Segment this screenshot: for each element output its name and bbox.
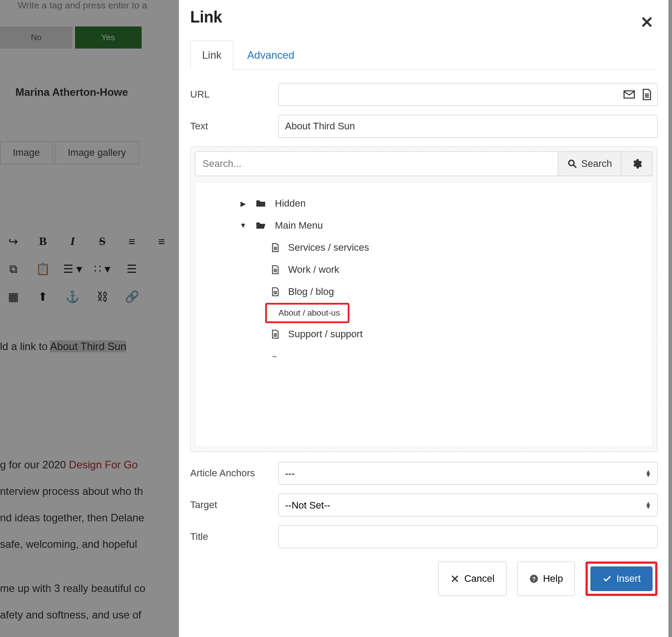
link-modal: Link ✕ Link Advanced URL Text	[179, 0, 668, 637]
numbered-list-icon[interactable]: ☰ ▾	[59, 262, 86, 276]
content-line-5: safe, welcoming, and hopeful	[0, 534, 137, 554]
upload-icon[interactable]: ⬆	[30, 290, 56, 304]
page-tree: ▶ Hidden ▼ Main Menu Services / services…	[195, 182, 653, 447]
tab-image-gallery[interactable]: Image gallery	[55, 141, 139, 164]
tree-page-about-highlighted[interactable]: About / about-us	[265, 303, 349, 323]
tree-page-work[interactable]: Work / work	[200, 259, 648, 281]
url-label: URL	[190, 89, 270, 100]
tag-input-placeholder[interactable]: Write a tag and press enter to a	[18, 0, 147, 11]
page-icon	[270, 355, 280, 366]
title-input[interactable]	[278, 525, 657, 548]
align-center-icon[interactable]: ≡	[148, 235, 175, 249]
yes-button[interactable]: Yes	[75, 26, 142, 49]
content-line-3: nterview process about who th	[0, 481, 143, 501]
redo-icon[interactable]: ↪	[0, 235, 26, 249]
settings-button[interactable]	[621, 151, 653, 176]
tree-folder-main[interactable]: ▼ Main Menu	[200, 215, 648, 237]
insert-label: Insert	[616, 573, 641, 584]
url-input[interactable]	[278, 83, 657, 106]
tab-link[interactable]: Link	[190, 41, 233, 70]
no-button[interactable]: No	[0, 26, 72, 49]
modal-title: Link	[190, 8, 657, 26]
text-input[interactable]	[278, 115, 657, 138]
tree-page-support[interactable]: Support / support	[200, 323, 648, 345]
search-button-label: Search	[581, 158, 612, 170]
svg-line-1	[574, 165, 576, 168]
author-name: Marina Atherton-Howe	[15, 86, 128, 98]
cancel-button[interactable]: Cancel	[438, 562, 506, 596]
folder-icon	[255, 198, 267, 209]
tree-label: Support / support	[288, 328, 363, 340]
copy-icon[interactable]: ⧉	[0, 262, 26, 276]
svg-text:?: ?	[532, 576, 536, 582]
close-icon[interactable]: ✕	[640, 13, 653, 32]
help-button[interactable]: ? Help	[517, 562, 575, 596]
cancel-label: Cancel	[464, 573, 494, 584]
paste-icon[interactable]: 📋	[30, 262, 56, 276]
chevron-down-icon[interactable]: ▼	[240, 222, 247, 230]
content-line-4: nd ideas together, then Delane	[0, 508, 144, 528]
strike-icon[interactable]: S	[89, 235, 116, 248]
content-line-6: me up with 3 really beautiful co	[0, 578, 146, 599]
article-anchors-label: Article Anchors	[190, 467, 270, 479]
content-line-2: g for our 2020 Design For Go	[0, 455, 138, 475]
tree-page-blog[interactable]: Blog / blog	[200, 281, 648, 303]
tree-label: Work / work	[288, 264, 339, 275]
page-icon	[270, 286, 280, 298]
tree-label: Hidden	[275, 198, 306, 209]
tree-page-services[interactable]: Services / services	[200, 237, 648, 259]
tree-folder-hidden[interactable]: ▶ Hidden	[200, 192, 648, 215]
page-icon	[270, 264, 280, 275]
chevron-right-icon[interactable]: ▶	[240, 200, 247, 208]
italic-icon[interactable]: I	[59, 235, 86, 248]
article-anchors-select[interactable]: ---	[278, 462, 657, 485]
tab-image[interactable]: Image	[0, 141, 53, 164]
chevron-updown-icon	[645, 501, 651, 509]
tree-label: Services / services	[288, 242, 369, 253]
svg-point-0	[569, 160, 574, 166]
page-icon	[270, 242, 280, 253]
bullet-list-icon[interactable]: ∷ ▾	[89, 262, 116, 276]
link-icon[interactable]: 🔗	[119, 290, 145, 304]
selected-text: About Third Sun	[50, 340, 126, 352]
target-label: Target	[190, 499, 270, 511]
search-button[interactable]: Search	[558, 151, 621, 176]
help-label: Help	[543, 573, 563, 584]
tab-advanced[interactable]: Advanced	[236, 41, 306, 69]
tree-label: Blog / blog	[288, 286, 334, 298]
outdent-icon[interactable]: ☰	[119, 262, 145, 276]
insert-button-highlight: Insert	[586, 562, 657, 596]
content-line-1: ld a link to About Third Sun	[0, 336, 126, 357]
content-browser: Search ▶ Hidden ▼ Main Menu	[190, 147, 657, 452]
bold-icon[interactable]: B	[30, 235, 56, 248]
chevron-updown-icon	[645, 470, 651, 477]
tree-label: Main Menu	[275, 220, 323, 231]
unlink-icon[interactable]: ⛓	[89, 290, 116, 304]
anchor-icon[interactable]: ⚓	[59, 290, 86, 304]
text-label: Text	[190, 121, 270, 132]
insert-button[interactable]: Insert	[590, 566, 653, 591]
folder-open-icon	[255, 220, 267, 231]
title-label: Title	[190, 531, 270, 543]
target-select[interactable]: --Not Set--	[278, 494, 657, 516]
modal-tabs: Link Advanced	[190, 41, 657, 70]
email-icon[interactable]	[623, 88, 635, 101]
align-left-icon[interactable]: ≡	[119, 235, 145, 249]
tree-page-more[interactable]	[200, 345, 648, 367]
page-icon	[270, 328, 280, 340]
readmore-icon[interactable]: ▦	[0, 290, 26, 304]
tree-label: About / about-us	[278, 308, 340, 318]
search-input[interactable]	[195, 151, 558, 176]
page-icon[interactable]	[641, 88, 653, 101]
editor-toolbar: ↪ B I S ≡ ≡ ⧉ 📋 ☰ ▾ ∷ ▾ ☰ ▦ ⬆ ⚓ ⛓ 🔗	[0, 234, 175, 317]
content-line-7: afety and softness, and use of	[0, 605, 141, 625]
